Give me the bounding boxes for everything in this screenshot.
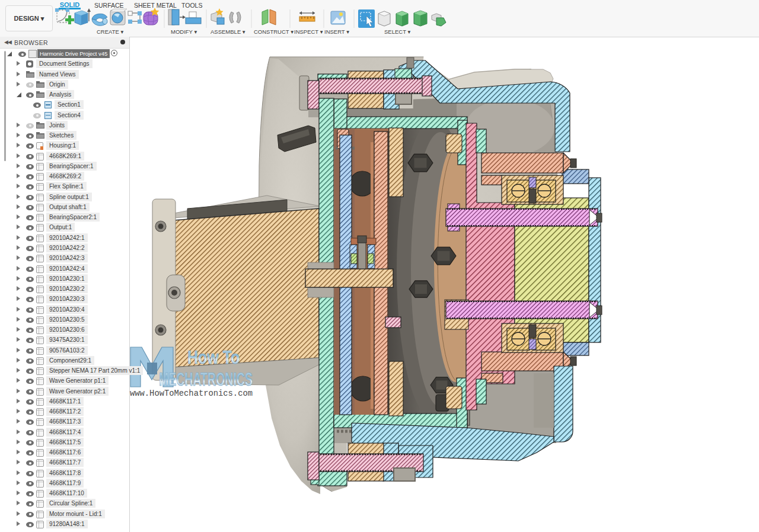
svg-text:www.HowToMechatronics.com: www.HowToMechatronics.com [130,389,253,398]
svg-text:How To: How To [187,347,240,368]
svg-text:MECHATRONICS: MECHATRONICS [159,369,253,389]
